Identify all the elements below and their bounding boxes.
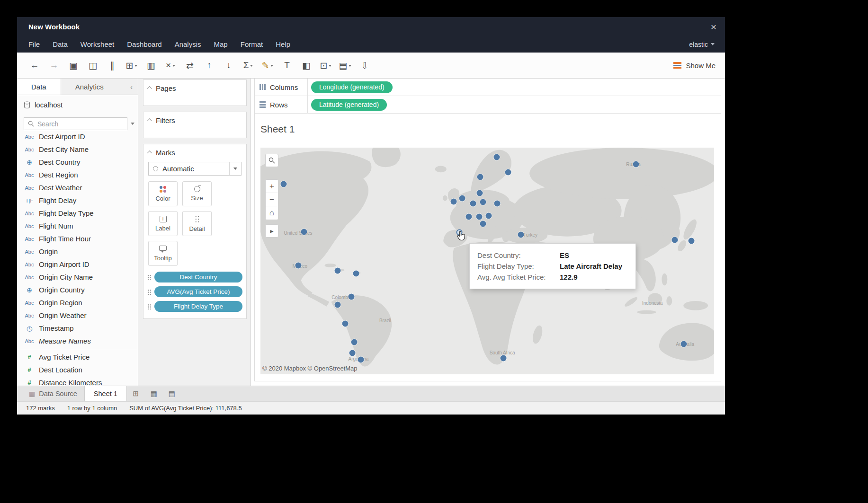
detail-button[interactable]: Detail: [182, 211, 212, 236]
map-mark[interactable]: [456, 229, 462, 235]
field-item[interactable]: #Avg Ticket Price: [17, 351, 138, 363]
field-item[interactable]: AbcOrigin Region: [17, 296, 138, 309]
field-item[interactable]: AbcOrigin City Name: [17, 271, 138, 283]
map-mark[interactable]: [476, 214, 482, 220]
rows-shelf-content[interactable]: Latitude (generated): [308, 96, 721, 113]
show-captions-button[interactable]: ⊡: [318, 57, 334, 74]
map-mark[interactable]: [358, 357, 364, 363]
map-mark[interactable]: [465, 214, 472, 220]
new-worksheet-button[interactable]: ⊞: [124, 57, 140, 74]
tab-sheet-1[interactable]: Sheet 1: [84, 386, 127, 401]
map-mark[interactable]: [494, 154, 500, 160]
field-item[interactable]: AbcFlight Delay Type: [17, 207, 138, 220]
fix-axes-button[interactable]: ◧: [298, 57, 314, 74]
map-mark[interactable]: [459, 195, 465, 201]
filters-card-header[interactable]: Filters: [143, 112, 246, 129]
map-mark[interactable]: [689, 238, 695, 244]
search-input[interactable]: [37, 120, 123, 128]
marks-card-header[interactable]: Marks: [143, 144, 246, 161]
map-mark[interactable]: [477, 174, 483, 180]
map-mark[interactable]: [485, 213, 492, 219]
columns-pill[interactable]: Longitude (generated): [311, 81, 393, 93]
highlight-button[interactable]: ✎: [260, 57, 276, 74]
user-menu[interactable]: elastic: [689, 41, 715, 48]
menu-data[interactable]: Data: [53, 40, 68, 48]
marks-pill[interactable]: Dest Country: [154, 272, 242, 282]
sort-ascending-button[interactable]: ↑: [201, 57, 217, 74]
duplicate-sheet-button[interactable]: ▥: [143, 57, 159, 74]
menu-dashboard[interactable]: Dashboard: [127, 40, 161, 48]
pages-card-header[interactable]: Pages: [143, 80, 246, 97]
search-options-icon[interactable]: [131, 123, 134, 125]
collapse-panel-button[interactable]: ‹: [125, 79, 138, 95]
map-mark[interactable]: [633, 161, 639, 168]
field-item[interactable]: ⊕Dest Country: [17, 156, 138, 168]
menu-analysis[interactable]: Analysis: [175, 40, 201, 48]
map-mark[interactable]: [451, 198, 457, 204]
pause-auto-updates-button[interactable]: ∥: [104, 57, 120, 74]
map-mark[interactable]: [348, 294, 354, 300]
mark-type-dropdown[interactable]: Automatic: [148, 162, 242, 176]
new-dashboard-button[interactable]: ▦: [145, 386, 163, 401]
map-mark[interactable]: [505, 169, 511, 176]
marks-pill[interactable]: AVG(Avg Ticket Price): [154, 286, 242, 297]
map-view[interactable]: United StatesMexicoColombiaBrazilArgenti…: [260, 148, 714, 374]
close-icon[interactable]: ×: [711, 22, 716, 32]
new-story-button[interactable]: ▤: [163, 386, 181, 401]
undo-button[interactable]: ←: [27, 57, 43, 74]
menu-help[interactable]: Help: [276, 40, 290, 48]
map-mark[interactable]: [480, 199, 486, 205]
zoom-in-button[interactable]: +: [266, 180, 278, 193]
field-item[interactable]: AbcOrigin Airport ID: [17, 258, 138, 271]
size-button[interactable]: Size: [182, 181, 212, 206]
color-button[interactable]: Color: [148, 181, 178, 206]
save-button[interactable]: ▣: [65, 57, 81, 74]
map-mark[interactable]: [334, 301, 340, 308]
map-mark[interactable]: [500, 355, 506, 361]
map-mark[interactable]: [351, 339, 358, 345]
connection-row[interactable]: localhost: [17, 95, 138, 115]
field-item[interactable]: AbcFlight Time Hour: [17, 232, 138, 245]
menu-file[interactable]: File: [28, 40, 40, 48]
tab-analytics[interactable]: Analytics: [61, 79, 118, 95]
menu-map[interactable]: Map: [214, 40, 228, 48]
map-mark[interactable]: [518, 231, 524, 238]
field-item[interactable]: AbcDest Region: [17, 168, 138, 181]
clear-sheet-button[interactable]: ×: [162, 57, 179, 74]
field-item[interactable]: AbcOrigin Weather: [17, 309, 138, 322]
field-item[interactable]: AbcDest Airport ID: [17, 134, 138, 143]
show-mark-labels-button[interactable]: T: [279, 57, 295, 74]
map-mark[interactable]: [476, 190, 483, 196]
map-mark[interactable]: [470, 201, 476, 207]
rows-pill[interactable]: Latitude (generated): [311, 99, 387, 111]
map-mark[interactable]: [342, 321, 349, 327]
new-worksheet-button[interactable]: ⊞: [127, 386, 145, 401]
show-me-button[interactable]: Show Me: [673, 62, 716, 70]
field-item[interactable]: AbcDest City Name: [17, 143, 138, 156]
map-mark[interactable]: [334, 267, 340, 274]
map-mark[interactable]: [349, 350, 355, 356]
field-item[interactable]: ◷Timestamp: [17, 322, 138, 335]
field-item[interactable]: #Distance Kilometers: [17, 376, 138, 386]
search-box[interactable]: [24, 117, 127, 130]
field-item[interactable]: AbcOrigin: [17, 245, 138, 258]
field-item[interactable]: AbcDest Weather: [17, 181, 138, 194]
new-data-source-button[interactable]: ◫: [85, 57, 101, 74]
show-hide-cards-button[interactable]: ▤: [337, 57, 353, 74]
map-pan-button[interactable]: ▸: [265, 224, 278, 238]
label-button[interactable]: Label: [148, 211, 178, 236]
zoom-home-button[interactable]: ⌂: [266, 206, 278, 220]
swap-rows-columns-button[interactable]: ⇄: [182, 57, 198, 74]
zoom-out-button[interactable]: −: [266, 193, 278, 206]
tab-data-source[interactable]: ▦ Data Source: [22, 386, 84, 401]
map-mark[interactable]: [671, 237, 678, 243]
totals-button[interactable]: Σ: [240, 57, 256, 74]
tooltip-button[interactable]: Tooltip: [148, 241, 178, 266]
marks-pill[interactable]: Flight Delay Type: [154, 301, 242, 312]
redo-button[interactable]: →: [46, 57, 62, 74]
field-item[interactable]: ⊕Origin Country: [17, 283, 138, 296]
map-mark[interactable]: [280, 181, 286, 187]
map-mark[interactable]: [480, 221, 486, 227]
map-mark[interactable]: [301, 229, 307, 235]
chevron-down-icon[interactable]: [229, 162, 241, 175]
